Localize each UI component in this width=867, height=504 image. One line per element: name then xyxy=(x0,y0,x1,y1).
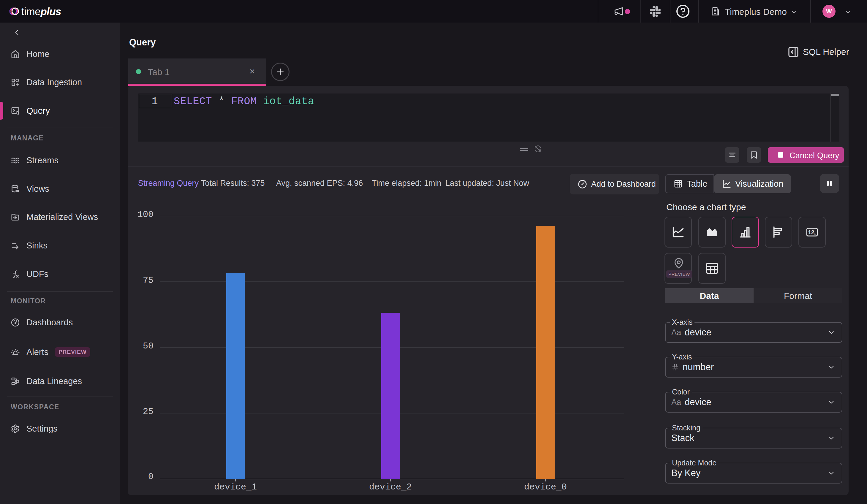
svg-text:12: 12 xyxy=(808,229,814,235)
